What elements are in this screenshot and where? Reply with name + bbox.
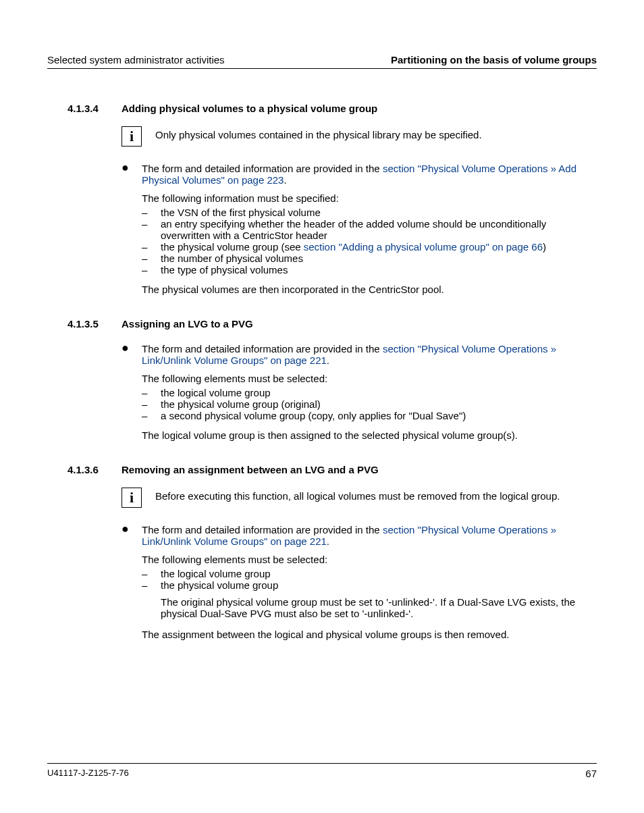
section-4-1-3-5: 4.1.3.5 Assigning an LVG to a PVG ● The … [47,318,597,444]
heading-title: Assigning an LVG to a PVG [122,318,253,330]
footer-doc-id: U41117-J-Z125-7-76 [47,768,129,779]
bullet-icon: ● [122,523,142,643]
text: the physical volume group [161,579,278,591]
text: the physical volume group (see [161,241,304,253]
dash-icon: – [142,387,161,398]
text: ) [543,241,546,253]
closing-para: The logical volume group is then assigne… [142,429,597,441]
following-label: The following elements must be selected: [142,373,597,384]
dash-icon: – [142,579,161,621]
list-text: the physical volume group (see section "… [161,241,597,253]
text: The form and detailed information are pr… [142,163,383,174]
text: The form and detailed information are pr… [142,343,383,355]
section-4-1-3-6: 4.1.3.6 Removing an assignment between a… [47,464,597,643]
list-item: –the logical volume group [142,568,597,579]
text: . [327,355,329,366]
text: . [327,535,329,547]
info-icon: i [122,126,142,147]
dash-icon: – [142,218,161,241]
closing-para: The assignment between the logical and p… [142,629,597,640]
list-text: the VSN of the first physical volume [161,207,597,218]
bullet-icon: ● [122,342,142,444]
header-left: Selected system administrator activities [47,54,225,65]
heading-title: Removing an assignment between an LVG an… [122,464,379,475]
heading: 4.1.3.4 Adding physical volumes to a phy… [47,103,597,114]
list-text: the physical volume group The original p… [161,579,597,621]
dash-icon: – [142,568,161,579]
text: The form and detailed information are pr… [142,524,383,535]
footer-page-number: 67 [585,768,597,779]
list-text: the physical volume group (original) [161,398,597,410]
running-header: Selected system administrator activities… [47,54,597,69]
list-text: the number of physical volumes [161,253,597,264]
list-text: the logical volume group [161,568,597,579]
following-label: The following elements must be selected: [142,554,597,565]
list-item: – the physical volume group The original… [142,579,597,621]
following-label: The following information must be specif… [142,192,597,204]
heading: 4.1.3.5 Assigning an LVG to a PVG [47,318,597,330]
page: Selected system administrator activities… [0,0,644,813]
info-text: Before executing this function, all logi… [155,488,597,502]
sub-para: The original physical volume group must … [161,596,597,619]
dash-icon: – [142,398,161,410]
dash-icon: – [142,410,161,421]
list-item: –the number of physical volumes [142,253,597,264]
list-item: –the physical volume group (original) [142,398,597,410]
link-adding-pvg[interactable]: section "Adding a physical volume group"… [304,241,543,253]
info-text: Only physical volumes contained in the p… [155,126,597,140]
list-text: an entry specifying whether the header o… [161,218,597,241]
heading-title: Adding physical volumes to a physical vo… [122,103,377,114]
dash-icon: – [142,253,161,264]
bullet-item: ● The form and detailed information are … [122,161,597,298]
list-item: –the type of physical volumes [142,264,597,276]
dash-icon: – [142,241,161,253]
text: . [284,174,286,186]
header-right: Partitioning on the basis of volume grou… [391,54,597,65]
list-item: –an entry specifying whether the header … [142,218,597,241]
running-footer: U41117-J-Z125-7-76 67 [47,763,597,779]
list-item: –a second physical volume group (copy, o… [142,410,597,421]
bullet-para: The form and detailed information are pr… [142,163,597,186]
heading: 4.1.3.6 Removing an assignment between a… [47,464,597,475]
bullet-para: The form and detailed information are pr… [142,524,597,547]
bullet-item: ● The form and detailed information are … [122,523,597,643]
heading-number: 4.1.3.4 [47,103,122,114]
closing-para: The physical volumes are then incorporat… [142,284,597,295]
list-text: the logical volume group [161,387,597,398]
list-item: –the physical volume group (see section … [142,241,597,253]
list-text: a second physical volume group (copy, on… [161,410,597,421]
section-4-1-3-4: 4.1.3.4 Adding physical volumes to a phy… [47,103,597,298]
dash-icon: – [142,207,161,218]
heading-number: 4.1.3.6 [47,464,122,475]
info-icon: i [122,488,142,508]
info-note: i Before executing this function, all lo… [122,488,597,508]
bullet-para: The form and detailed information are pr… [142,343,597,366]
dash-icon: – [142,264,161,276]
info-note: i Only physical volumes contained in the… [122,126,597,147]
list-text: the type of physical volumes [161,264,597,276]
bullet-icon: ● [122,161,142,298]
bullet-item: ● The form and detailed information are … [122,342,597,444]
list-item: –the VSN of the first physical volume [142,207,597,218]
heading-number: 4.1.3.5 [47,318,122,330]
list-item: –the logical volume group [142,387,597,398]
